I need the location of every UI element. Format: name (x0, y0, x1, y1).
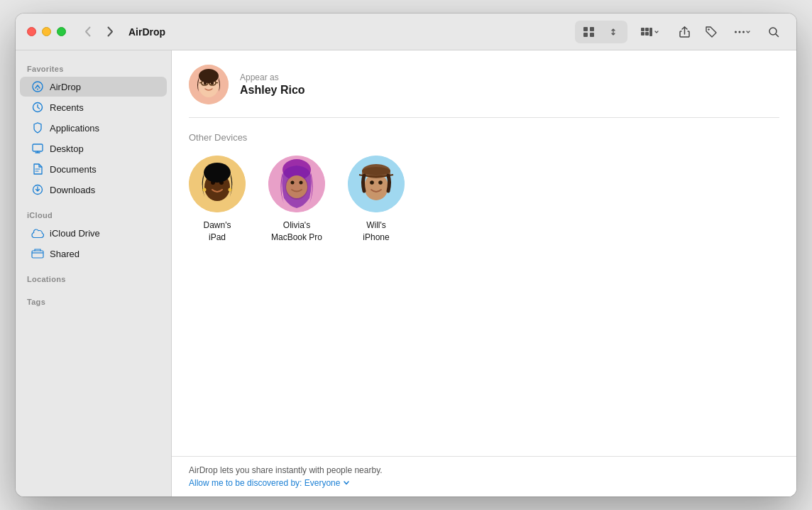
svg-point-12 (742, 31, 745, 33)
icon-view-button[interactable] (578, 22, 600, 42)
applications-icon (31, 121, 44, 134)
other-devices-label: Other Devices (189, 132, 779, 143)
dawns-ipad-name: Dawn'siPad (204, 219, 231, 244)
svg-point-26 (199, 69, 219, 83)
documents-icon (31, 163, 44, 175)
sidebar-item-airdrop-label: AirDrop (50, 82, 81, 92)
svg-rect-5 (645, 28, 649, 31)
shared-icon (31, 247, 44, 260)
sidebar-item-shared-label: Shared (50, 249, 79, 259)
sidebar: Favorites AirDrop (16, 50, 172, 497)
svg-rect-3 (590, 33, 594, 37)
view-options-chevron[interactable] (602, 22, 625, 42)
search-button[interactable] (762, 22, 785, 42)
sidebar-item-downloads-label: Downloads (50, 185, 95, 195)
sidebar-item-desktop[interactable]: Desktop (20, 139, 167, 158)
sidebar-item-recents[interactable]: Recents (20, 97, 167, 117)
nav-buttons (77, 22, 120, 42)
downloads-icon (31, 183, 44, 196)
appear-as-text: Appear as Ashley Rico (240, 72, 305, 97)
share-button[interactable] (673, 22, 696, 42)
finder-window: AirDrop (16, 13, 796, 497)
appear-as-label: Appear as (240, 72, 305, 82)
sidebar-item-icloud-drive-label: iCloud Drive (50, 228, 100, 239)
sidebar-item-documents-label: Documents (50, 164, 97, 175)
svg-point-15 (37, 89, 38, 90)
device-item-dawns-ipad[interactable]: Dawn'siPad (189, 156, 246, 244)
discovery-link[interactable]: Allow me to be discovered by: Everyone (189, 478, 779, 488)
svg-point-44 (370, 180, 374, 185)
desktop-icon (31, 142, 44, 155)
svg-rect-7 (645, 32, 649, 36)
appear-as-section: Appear as Ashley Rico (189, 65, 779, 118)
sidebar-item-shared[interactable]: Shared (20, 244, 167, 264)
user-avatar (189, 65, 229, 104)
svg-rect-4 (641, 28, 644, 31)
svg-rect-6 (641, 32, 644, 36)
sidebar-section-locations: Locations (16, 269, 171, 286)
sidebar-section-icloud: iCloud (16, 205, 171, 222)
svg-rect-8 (649, 28, 652, 36)
maximize-button[interactable] (57, 27, 66, 36)
sidebar-item-documents[interactable]: Documents (20, 159, 167, 179)
view-toggle-group (575, 21, 627, 43)
olivias-macbook-avatar (268, 156, 325, 212)
window-title: AirDrop (128, 26, 165, 38)
toolbar-actions (575, 21, 785, 43)
svg-point-32 (203, 188, 207, 192)
svg-point-48 (362, 167, 390, 175)
sidebar-section-favorites: Favorites (16, 59, 171, 76)
sidebar-item-airdrop[interactable]: AirDrop (20, 77, 167, 97)
main-panel: Appear as Ashley Rico Other Devices (172, 50, 796, 497)
sidebar-item-recents-label: Recents (50, 102, 84, 113)
wills-iphone-name: Will'siPhone (363, 219, 389, 244)
main-content: Appear as Ashley Rico Other Devices (172, 50, 796, 456)
recents-icon (31, 101, 44, 114)
svg-point-10 (735, 31, 737, 33)
close-button[interactable] (27, 27, 36, 36)
svg-point-45 (378, 180, 383, 185)
content-area: Favorites AirDrop (16, 50, 796, 497)
svg-point-31 (204, 163, 231, 183)
titlebar: AirDrop (16, 13, 796, 50)
sidebar-item-desktop-label: Desktop (50, 143, 84, 154)
sidebar-item-downloads[interactable]: Downloads (20, 180, 167, 200)
device-item-wills-iphone[interactable]: Will'siPhone (348, 156, 405, 244)
svg-point-9 (708, 28, 709, 30)
minimize-button[interactable] (42, 27, 51, 36)
bottom-bar: AirDrop lets you share instantly with pe… (172, 456, 796, 497)
svg-point-33 (229, 188, 232, 192)
forward-button[interactable] (100, 22, 120, 42)
svg-rect-1 (590, 27, 594, 31)
svg-point-14 (33, 82, 43, 92)
chevron-down-icon (343, 480, 350, 486)
devices-grid: Dawn'siPad (189, 156, 779, 244)
svg-rect-19 (32, 251, 43, 258)
svg-point-39 (286, 175, 307, 198)
airdrop-icon (31, 80, 44, 93)
wills-iphone-avatar (348, 156, 405, 212)
footer-text: AirDrop lets you share instantly with pe… (189, 465, 779, 475)
sidebar-item-applications-label: Applications (50, 123, 99, 134)
more-options-button[interactable] (727, 22, 758, 42)
svg-point-40 (291, 181, 295, 185)
tags-button[interactable] (700, 22, 723, 42)
svg-rect-17 (33, 144, 43, 151)
dawns-ipad-avatar (189, 156, 246, 212)
svg-rect-2 (583, 33, 588, 37)
sidebar-item-icloud-drive[interactable]: iCloud Drive (20, 223, 167, 243)
icloud-drive-icon (31, 227, 44, 239)
svg-point-11 (739, 31, 741, 33)
svg-rect-0 (583, 27, 588, 31)
back-button[interactable] (77, 22, 97, 42)
device-item-olivias-macbook[interactable]: Olivia'sMacBook Pro (268, 156, 325, 244)
sidebar-item-applications[interactable]: Applications (20, 118, 167, 138)
olivias-macbook-name: Olivia'sMacBook Pro (271, 219, 322, 244)
svg-point-41 (300, 181, 303, 185)
traffic-lights (27, 27, 66, 36)
sidebar-section-tags: Tags (16, 292, 171, 309)
group-by-button[interactable] (632, 22, 669, 42)
user-display-name: Ashley Rico (240, 84, 305, 97)
